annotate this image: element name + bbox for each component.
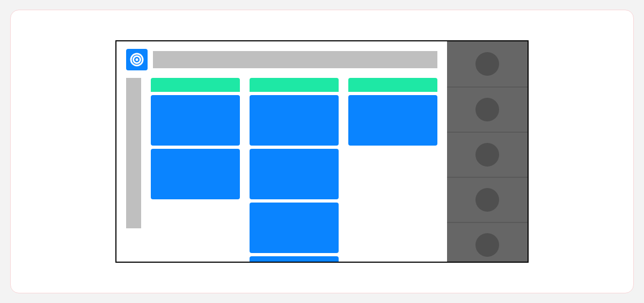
- board-card[interactable]: [250, 203, 339, 253]
- illustration-panel: [10, 10, 634, 293]
- app-topbar: [126, 49, 437, 70]
- board-columns: [151, 78, 437, 262]
- app-logo-button[interactable]: [126, 49, 148, 70]
- board-card[interactable]: [348, 95, 437, 146]
- dock-slot[interactable]: [447, 86, 528, 132]
- left-sidebar-strip[interactable]: [126, 78, 141, 228]
- dock-slot[interactable]: [447, 222, 528, 263]
- title-bar[interactable]: [153, 51, 437, 68]
- board-column-2[interactable]: [250, 78, 339, 262]
- dock-app-icon: [475, 52, 499, 76]
- board-card[interactable]: [151, 149, 240, 199]
- dock-slot[interactable]: [447, 177, 528, 222]
- board-card[interactable]: [151, 95, 240, 146]
- board-content: [126, 78, 437, 262]
- right-dock: [447, 41, 528, 262]
- app-main-area: [116, 41, 447, 262]
- column-header[interactable]: [348, 78, 437, 92]
- dock-app-icon: [475, 233, 499, 257]
- board-column-3[interactable]: [348, 78, 437, 262]
- board-column-1[interactable]: [151, 78, 240, 262]
- column-header[interactable]: [151, 78, 240, 92]
- board-card[interactable]: [250, 95, 339, 146]
- dock-slot[interactable]: [447, 41, 528, 86]
- board-card[interactable]: [250, 256, 339, 262]
- dock-slot[interactable]: [447, 132, 528, 177]
- dock-app-icon: [475, 98, 499, 121]
- board-card[interactable]: [250, 149, 339, 199]
- dock-app-icon: [475, 188, 499, 212]
- dock-app-icon: [475, 143, 499, 167]
- column-header[interactable]: [250, 78, 339, 92]
- app-window-frame: [115, 40, 529, 263]
- svg-point-2: [136, 59, 138, 61]
- swirl-icon: [129, 52, 144, 67]
